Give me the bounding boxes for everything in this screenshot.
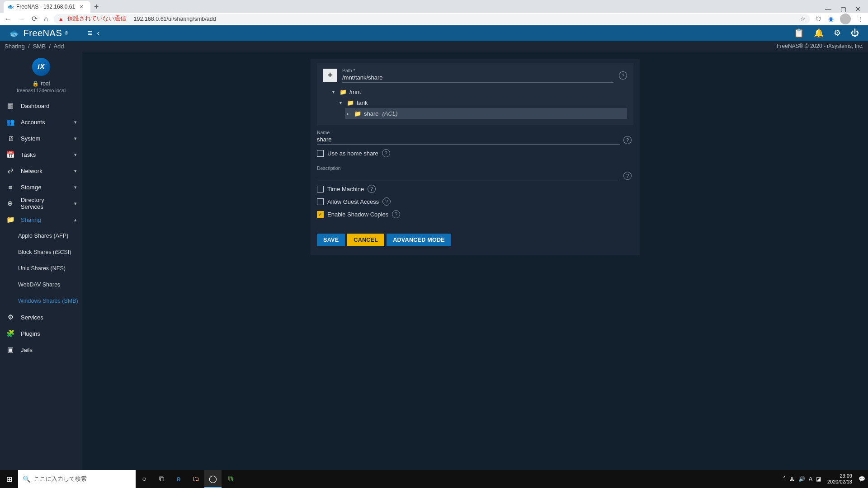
guest-access-checkbox[interactable]: [317, 198, 324, 205]
taskview-icon[interactable]: ⧉: [153, 470, 170, 488]
tray-app-icon[interactable]: ◪: [816, 476, 821, 482]
close-window-icon[interactable]: ✕: [855, 5, 861, 13]
explorer-icon[interactable]: 🗂: [187, 470, 204, 488]
folder-icon: 📁: [347, 99, 354, 106]
freenas-mark-icon: 🐟: [9, 28, 21, 38]
taskbar-search[interactable]: 🔍 ここに入力して検索: [18, 470, 136, 488]
advanced-mode-button[interactable]: ADVANCED MODE: [387, 234, 451, 246]
clipboard-icon[interactable]: 📋: [794, 28, 804, 38]
sidebar-sub-label: Unix Shares (NFS): [18, 265, 66, 272]
twist-icon[interactable]: ▸: [347, 111, 351, 116]
sidebar-sub-nfs[interactable]: Unix Shares (NFS): [0, 260, 82, 277]
tree-node-tank[interactable]: ▾ 📁 tank: [338, 97, 627, 108]
power-icon[interactable]: ⏻: [851, 28, 859, 38]
create-folder-button[interactable]: +: [323, 69, 337, 82]
windows-taskbar: ⊞ 🔍 ここに入力して検索 ○ ⧉ e 🗂 ◯ ⧉ ˄ 🖧 🔊 A ◪ 23:0…: [0, 470, 868, 488]
sidebar-item-label: Storage: [21, 184, 42, 191]
extension-icon[interactable]: ◉: [828, 15, 834, 23]
crumb-sharing[interactable]: Sharing: [5, 43, 25, 50]
chevron-left-icon[interactable]: ‹: [97, 28, 100, 38]
back-icon[interactable]: ←: [5, 15, 12, 23]
sidebar-item-plugins[interactable]: 🧩 Plugins: [0, 325, 82, 342]
tray-chevron-icon[interactable]: ˄: [783, 476, 786, 482]
star-icon[interactable]: ☆: [800, 15, 806, 22]
menu-toggle-icon[interactable]: ≡: [88, 28, 93, 38]
twist-icon[interactable]: ▾: [332, 89, 337, 94]
edge-icon[interactable]: e: [170, 470, 187, 488]
app-brand: FreeNAS: [24, 28, 62, 38]
hostname: freenas113demo.local: [17, 88, 66, 93]
taskbar-clock[interactable]: 23:09 2020/02/13: [825, 473, 855, 485]
sidebar-item-system[interactable]: 🖥 System ▾: [0, 130, 82, 146]
sidebar-item-tasks[interactable]: 📅 Tasks ▾: [0, 146, 82, 163]
browser-tab[interactable]: 🐟 FreeNAS - 192.168.0.61 ×: [4, 1, 90, 13]
sidebar-sub-iscsi[interactable]: Block Shares (iSCSI): [0, 244, 82, 260]
ix-logo[interactable]: iX: [32, 58, 50, 76]
save-button[interactable]: SAVE: [317, 234, 345, 246]
sidebar-item-dashboard[interactable]: ▦ Dashboard: [0, 98, 82, 114]
help-icon[interactable]: ?: [382, 197, 391, 206]
tray-network-icon[interactable]: 🖧: [789, 476, 795, 482]
acl-badge: (ACL): [382, 110, 398, 117]
help-icon[interactable]: ?: [623, 172, 632, 180]
use-home-checkbox[interactable]: [317, 150, 324, 157]
description-input[interactable]: [317, 171, 620, 180]
shadow-copies-checkbox[interactable]: ✓: [317, 211, 324, 218]
time-machine-checkbox[interactable]: [317, 186, 324, 192]
sidebar-item-services[interactable]: ⚙ Services: [0, 309, 82, 325]
use-home-share-row: Use as home share ?: [317, 149, 633, 157]
sidebar-item-storage[interactable]: ≡ Storage ▾: [0, 179, 82, 195]
cortana-icon[interactable]: ○: [136, 470, 153, 488]
help-icon[interactable]: ?: [392, 210, 400, 218]
jails-icon: ▣: [6, 346, 14, 354]
folder-icon: 📁: [354, 110, 361, 117]
path-label: Path *: [342, 68, 613, 73]
gear-icon[interactable]: ⚙: [834, 28, 841, 38]
tray-ime-icon[interactable]: A: [809, 476, 812, 482]
tray-volume-icon[interactable]: 🔊: [798, 476, 805, 482]
menu-icon[interactable]: ⋮: [857, 15, 863, 23]
close-tab-icon[interactable]: ×: [78, 3, 85, 10]
chrome-icon[interactable]: ◯: [204, 470, 222, 488]
help-icon[interactable]: ?: [619, 71, 627, 80]
bell-icon[interactable]: 🔔: [814, 28, 824, 38]
sidebar-sub-webdav[interactable]: WebDAV Shares: [0, 277, 82, 293]
name-input[interactable]: [317, 135, 620, 145]
tree-node-share[interactable]: ▸ 📁 share (ACL): [345, 108, 627, 119]
form-card: + Path * ? ▾ 📁 /mnt: [311, 59, 640, 255]
minimize-icon[interactable]: —: [825, 5, 831, 13]
browser-tabbar: 🐟 FreeNAS - 192.168.0.61 × + — ▢ ✕: [0, 0, 868, 13]
sidebar-item-jails[interactable]: ▣ Jails: [0, 342, 82, 358]
shield-icon[interactable]: 🛡: [816, 15, 822, 23]
account-avatar[interactable]: [840, 14, 851, 24]
app-logo[interactable]: 🐟 FreeNAS ®: [0, 28, 82, 38]
new-tab-button[interactable]: +: [90, 1, 102, 13]
sidebar-item-accounts[interactable]: 👥 Accounts ▾: [0, 114, 82, 130]
sidebar-item-directory-services[interactable]: ⊕ Directory Services ▾: [0, 195, 82, 211]
forward-icon[interactable]: →: [18, 15, 25, 23]
help-icon[interactable]: ?: [623, 136, 632, 144]
time-machine-row: Time Machine ?: [317, 185, 633, 193]
sidebar-sub-smb[interactable]: Windows Shares (SMB): [0, 293, 82, 309]
crumb-smb[interactable]: SMB: [33, 43, 46, 50]
reload-icon[interactable]: ⟳: [32, 14, 38, 23]
notifications-icon[interactable]: 💬: [859, 476, 865, 482]
twist-icon[interactable]: ▾: [340, 100, 344, 105]
home-icon[interactable]: ⌂: [44, 15, 48, 23]
sidebar-item-sharing[interactable]: 📁 Sharing ▴: [0, 211, 82, 228]
sharing-icon: 📁: [6, 216, 14, 224]
tasks-icon: 📅: [6, 150, 14, 159]
vmware-icon[interactable]: ⧉: [222, 470, 239, 488]
path-input[interactable]: [342, 73, 613, 83]
help-icon[interactable]: ?: [368, 185, 376, 193]
cancel-button[interactable]: CANCEL: [347, 234, 384, 246]
sidebar-item-network[interactable]: ⇄ Network ▾: [0, 163, 82, 179]
start-button[interactable]: ⊞: [0, 470, 18, 488]
sidebar-sub-afp[interactable]: Apple Shares (AFP): [0, 228, 82, 244]
help-icon[interactable]: ?: [382, 149, 390, 157]
maximize-icon[interactable]: ▢: [840, 5, 846, 13]
sidebar-item-label: Jails: [21, 347, 33, 353]
sidebar: iX 🔒 root freenas113demo.local ▦ Dashboa…: [0, 52, 82, 470]
url-field[interactable]: ▲ 保護されていない通信 192.168.0.61/ui/sharing/smb…: [54, 14, 810, 24]
tree-node-mnt[interactable]: ▾ 📁 /mnt: [330, 86, 627, 97]
